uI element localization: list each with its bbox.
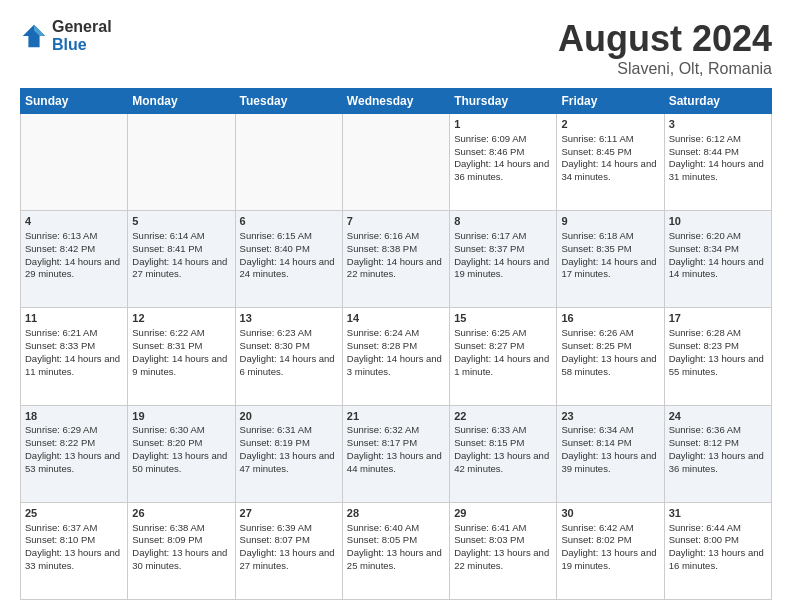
col-tuesday: Tuesday (235, 89, 342, 114)
table-row: 23Sunrise: 6:34 AMSunset: 8:14 PMDayligh… (557, 405, 664, 502)
calendar-week-row: 18Sunrise: 6:29 AMSunset: 8:22 PMDayligh… (21, 405, 772, 502)
day-number: 11 (25, 311, 123, 326)
calendar-week-row: 25Sunrise: 6:37 AMSunset: 8:10 PMDayligh… (21, 502, 772, 599)
col-monday: Monday (128, 89, 235, 114)
day-number: 25 (25, 506, 123, 521)
table-row: 31Sunrise: 6:44 AMSunset: 8:00 PMDayligh… (664, 502, 771, 599)
table-row: 30Sunrise: 6:42 AMSunset: 8:02 PMDayligh… (557, 502, 664, 599)
table-row (128, 114, 235, 211)
day-number: 6 (240, 214, 338, 229)
table-row: 5Sunrise: 6:14 AMSunset: 8:41 PMDaylight… (128, 211, 235, 308)
day-number: 21 (347, 409, 445, 424)
day-number: 23 (561, 409, 659, 424)
day-number: 31 (669, 506, 767, 521)
calendar-week-row: 1Sunrise: 6:09 AMSunset: 8:46 PMDaylight… (21, 114, 772, 211)
table-row: 21Sunrise: 6:32 AMSunset: 8:17 PMDayligh… (342, 405, 449, 502)
table-row: 27Sunrise: 6:39 AMSunset: 8:07 PMDayligh… (235, 502, 342, 599)
day-number: 28 (347, 506, 445, 521)
day-number: 3 (669, 117, 767, 132)
day-number: 16 (561, 311, 659, 326)
calendar-table: Sunday Monday Tuesday Wednesday Thursday… (20, 88, 772, 600)
day-number: 5 (132, 214, 230, 229)
day-number: 18 (25, 409, 123, 424)
calendar-week-row: 11Sunrise: 6:21 AMSunset: 8:33 PMDayligh… (21, 308, 772, 405)
table-row (21, 114, 128, 211)
table-row: 7Sunrise: 6:16 AMSunset: 8:38 PMDaylight… (342, 211, 449, 308)
calendar-header-row: Sunday Monday Tuesday Wednesday Thursday… (21, 89, 772, 114)
logo-general-text: General (52, 18, 112, 36)
title-block: August 2024 Slaveni, Olt, Romania (558, 18, 772, 78)
day-number: 30 (561, 506, 659, 521)
title-location: Slaveni, Olt, Romania (558, 60, 772, 78)
day-number: 8 (454, 214, 552, 229)
day-number: 24 (669, 409, 767, 424)
day-number: 17 (669, 311, 767, 326)
table-row: 15Sunrise: 6:25 AMSunset: 8:27 PMDayligh… (450, 308, 557, 405)
table-row: 19Sunrise: 6:30 AMSunset: 8:20 PMDayligh… (128, 405, 235, 502)
table-row: 4Sunrise: 6:13 AMSunset: 8:42 PMDaylight… (21, 211, 128, 308)
table-row: 16Sunrise: 6:26 AMSunset: 8:25 PMDayligh… (557, 308, 664, 405)
day-number: 10 (669, 214, 767, 229)
calendar-week-row: 4Sunrise: 6:13 AMSunset: 8:42 PMDaylight… (21, 211, 772, 308)
day-number: 20 (240, 409, 338, 424)
day-number: 14 (347, 311, 445, 326)
table-row: 2Sunrise: 6:11 AMSunset: 8:45 PMDaylight… (557, 114, 664, 211)
day-number: 22 (454, 409, 552, 424)
table-row: 29Sunrise: 6:41 AMSunset: 8:03 PMDayligh… (450, 502, 557, 599)
day-number: 29 (454, 506, 552, 521)
header: General Blue August 2024 Slaveni, Olt, R… (20, 18, 772, 78)
day-number: 4 (25, 214, 123, 229)
logo-blue-text: Blue (52, 36, 112, 54)
table-row: 20Sunrise: 6:31 AMSunset: 8:19 PMDayligh… (235, 405, 342, 502)
table-row (342, 114, 449, 211)
day-number: 27 (240, 506, 338, 521)
table-row: 28Sunrise: 6:40 AMSunset: 8:05 PMDayligh… (342, 502, 449, 599)
table-row: 3Sunrise: 6:12 AMSunset: 8:44 PMDaylight… (664, 114, 771, 211)
table-row (235, 114, 342, 211)
table-row: 8Sunrise: 6:17 AMSunset: 8:37 PMDaylight… (450, 211, 557, 308)
day-number: 7 (347, 214, 445, 229)
day-number: 12 (132, 311, 230, 326)
logo-text: General Blue (52, 18, 112, 53)
table-row: 25Sunrise: 6:37 AMSunset: 8:10 PMDayligh… (21, 502, 128, 599)
table-row: 26Sunrise: 6:38 AMSunset: 8:09 PMDayligh… (128, 502, 235, 599)
table-row: 6Sunrise: 6:15 AMSunset: 8:40 PMDaylight… (235, 211, 342, 308)
table-row: 10Sunrise: 6:20 AMSunset: 8:34 PMDayligh… (664, 211, 771, 308)
table-row: 14Sunrise: 6:24 AMSunset: 8:28 PMDayligh… (342, 308, 449, 405)
col-wednesday: Wednesday (342, 89, 449, 114)
day-number: 9 (561, 214, 659, 229)
table-row: 24Sunrise: 6:36 AMSunset: 8:12 PMDayligh… (664, 405, 771, 502)
table-row: 12Sunrise: 6:22 AMSunset: 8:31 PMDayligh… (128, 308, 235, 405)
col-sunday: Sunday (21, 89, 128, 114)
day-number: 15 (454, 311, 552, 326)
table-row: 11Sunrise: 6:21 AMSunset: 8:33 PMDayligh… (21, 308, 128, 405)
col-saturday: Saturday (664, 89, 771, 114)
col-thursday: Thursday (450, 89, 557, 114)
title-month: August 2024 (558, 18, 772, 60)
table-row: 13Sunrise: 6:23 AMSunset: 8:30 PMDayligh… (235, 308, 342, 405)
table-row: 9Sunrise: 6:18 AMSunset: 8:35 PMDaylight… (557, 211, 664, 308)
day-number: 13 (240, 311, 338, 326)
table-row: 22Sunrise: 6:33 AMSunset: 8:15 PMDayligh… (450, 405, 557, 502)
day-number: 1 (454, 117, 552, 132)
day-number: 19 (132, 409, 230, 424)
logo: General Blue (20, 18, 112, 53)
col-friday: Friday (557, 89, 664, 114)
table-row: 18Sunrise: 6:29 AMSunset: 8:22 PMDayligh… (21, 405, 128, 502)
day-number: 26 (132, 506, 230, 521)
page: General Blue August 2024 Slaveni, Olt, R… (0, 0, 792, 612)
table-row: 17Sunrise: 6:28 AMSunset: 8:23 PMDayligh… (664, 308, 771, 405)
day-number: 2 (561, 117, 659, 132)
table-row: 1Sunrise: 6:09 AMSunset: 8:46 PMDaylight… (450, 114, 557, 211)
logo-icon (20, 22, 48, 50)
